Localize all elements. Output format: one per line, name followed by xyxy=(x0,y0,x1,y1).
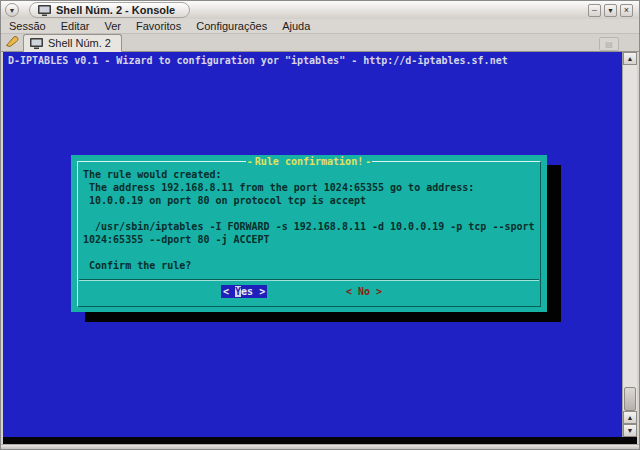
dialog-line: Confirm the rule? xyxy=(83,259,541,272)
dialog-line: The address 192.168.8.11 from the port 1… xyxy=(83,181,541,194)
menu-editar[interactable]: Editar xyxy=(61,20,90,32)
dialog-title: -Rule confirmation!- xyxy=(71,156,547,167)
scroll-down-button[interactable]: ▼ xyxy=(623,424,637,437)
scrollbar-bottom-buttons: ▲ ▼ xyxy=(623,411,637,437)
arrow-up-icon: ▲ xyxy=(627,55,634,62)
minimize-button[interactable]: ─ xyxy=(588,4,601,17)
menu-configuracoes[interactable]: Configurações xyxy=(196,20,267,32)
tab-list-button[interactable]: ▤ xyxy=(599,37,619,51)
tab-shell-num-2[interactable]: Shell Núm. 2 xyxy=(23,34,122,52)
title-dash-right: - xyxy=(364,156,372,167)
yes-label-rest: es > xyxy=(241,286,265,297)
arrow-down-icon: ▼ xyxy=(627,427,634,434)
dialog-title-text: Rule confirmation! xyxy=(254,156,364,167)
terminal-icon xyxy=(38,5,51,16)
close-icon: × xyxy=(624,6,629,15)
title-bubble: Shell Núm. 2 - Konsole xyxy=(29,2,190,18)
window-bottom-edge xyxy=(1,444,639,449)
dialog-line xyxy=(83,246,541,259)
dialog-line: The rule would created: xyxy=(83,168,541,181)
wizard-backtitle: D-IPTABLES v0.1 - Wizard to configuratio… xyxy=(8,55,508,66)
dialog-buttons: < Yes > < No > xyxy=(71,285,547,298)
terminal-area: D-IPTABLES v0.1 - Wizard to configuratio… xyxy=(1,52,639,444)
titlebar[interactable]: ▼ Shell Núm. 2 - Konsole ─ ▼ × xyxy=(1,1,639,19)
title-dash-left: - xyxy=(246,156,254,167)
tab-list-icon: ▤ xyxy=(605,40,613,49)
window-controls: ─ ▼ × xyxy=(588,4,633,17)
menu-ajuda[interactable]: Ajuda xyxy=(282,20,310,32)
menubar: Sessão Editar Ver Favoritos Configuraçõe… xyxy=(1,19,639,33)
no-button[interactable]: < No > xyxy=(346,285,382,298)
arrow-up-icon: ▲ xyxy=(627,414,634,421)
tab-label: Shell Núm. 2 xyxy=(48,37,111,49)
close-button[interactable]: × xyxy=(620,4,633,17)
scroll-up-button-2[interactable]: ▲ xyxy=(623,411,637,424)
menu-favoritos[interactable]: Favoritos xyxy=(136,20,181,32)
dialog-line: 10.0.0.19 on port 80 on protocol tcp is … xyxy=(83,194,541,207)
dialog-line xyxy=(83,207,541,220)
triangle-down-icon: ▼ xyxy=(607,7,614,14)
menu-ver[interactable]: Ver xyxy=(104,20,121,32)
menu-sessao[interactable]: Sessão xyxy=(9,20,46,32)
scroll-up-button[interactable]: ▲ xyxy=(623,52,637,65)
dialog-text: The rule would created: The address 192.… xyxy=(83,168,541,272)
window-title: Shell Núm. 2 - Konsole xyxy=(56,4,175,16)
dialog-line: 1024:65355 --dport 80 -j ACCEPT xyxy=(83,233,541,246)
scrollbar[interactable]: ▲ ▲ ▼ xyxy=(622,52,637,437)
konsole-window: ▼ Shell Núm. 2 - Konsole ─ ▼ × Sessão Ed… xyxy=(0,0,640,450)
rule-confirmation-dialog: -Rule confirmation!- The rule would crea… xyxy=(71,155,547,312)
shade-button[interactable]: ▼ xyxy=(604,4,617,17)
scrollbar-thumb[interactable] xyxy=(624,387,636,411)
scrollbar-track[interactable] xyxy=(623,65,637,411)
window-menu-button[interactable]: ▼ xyxy=(5,3,19,17)
new-session-button[interactable] xyxy=(1,33,23,51)
terminal-screen[interactable]: D-IPTABLES v0.1 - Wizard to configuratio… xyxy=(3,52,622,437)
minimize-icon: ─ xyxy=(592,7,597,14)
yes-label-pre: < xyxy=(223,286,235,297)
dialog-line: /usr/sbin/iptables -I FORWARD -s 192.168… xyxy=(83,220,541,233)
terminal-icon xyxy=(30,38,43,49)
tabbar: Shell Núm. 2 ▤ xyxy=(1,33,639,52)
new-session-icon xyxy=(5,33,20,51)
dialog-separator xyxy=(79,279,539,280)
yes-button[interactable]: < Yes > xyxy=(221,285,267,298)
chevron-down-icon: ▼ xyxy=(9,7,16,14)
